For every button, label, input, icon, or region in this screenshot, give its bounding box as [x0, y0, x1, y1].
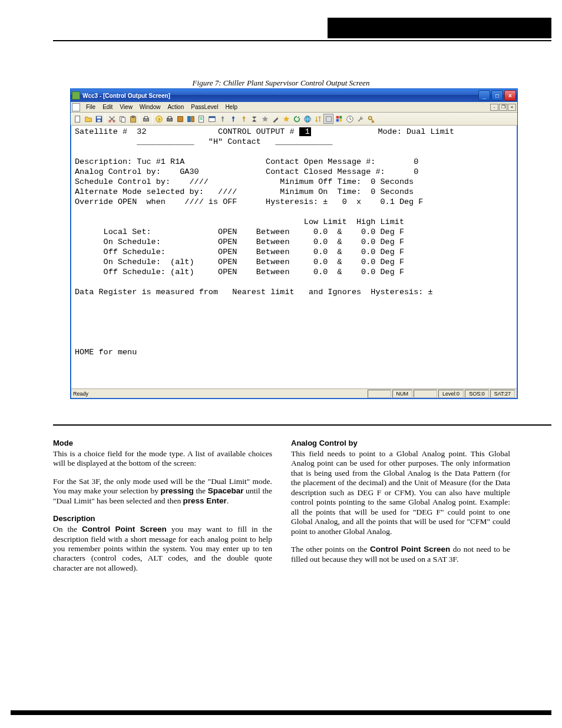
menu-passlevel[interactable]: PassLevel — [187, 104, 222, 110]
mdi-restore[interactable]: ❐ — [499, 104, 507, 111]
svg-rect-21 — [209, 116, 215, 118]
mdi-close[interactable]: × — [508, 104, 516, 111]
app-icon — [72, 91, 80, 100]
sigma-icon[interactable] — [249, 114, 259, 124]
both-icon[interactable] — [186, 114, 196, 124]
new-icon[interactable] — [72, 114, 82, 124]
frame-icon[interactable] — [323, 114, 333, 124]
refresh-icon[interactable] — [292, 114, 302, 124]
description-heading: Description — [53, 514, 272, 523]
maximize-button[interactable]: □ — [491, 90, 503, 101]
svg-rect-15 — [168, 116, 171, 118]
minimize-button[interactable]: _ — [478, 90, 490, 101]
print2-icon[interactable] — [164, 114, 174, 124]
svg-rect-18 — [191, 116, 193, 121]
globe-icon[interactable] — [302, 114, 312, 124]
mdi-minimize[interactable]: - — [490, 104, 498, 111]
rule-bottom — [11, 710, 551, 715]
svg-rect-7 — [121, 117, 125, 122]
script-icon[interactable] — [196, 114, 206, 124]
rule-mid — [53, 424, 551, 426]
title-bar: Wcc3 - [Control Output Screen] _ □ × — [71, 89, 517, 102]
status-sat: SAT:27 — [490, 390, 515, 398]
status-ready: Ready — [73, 391, 88, 397]
left-column: Mode This is a choice field for the mode… — [53, 439, 272, 581]
star-gold-icon[interactable] — [281, 114, 291, 124]
window-icon[interactable] — [207, 114, 217, 124]
mdi-icon — [72, 103, 80, 111]
wrench-icon[interactable] — [355, 114, 365, 124]
status-bar: Ready NUM Level:0 SOS:0 SAT:27 — [71, 388, 517, 398]
status-sos: SOS:0 — [465, 390, 489, 398]
svg-rect-9 — [132, 116, 134, 117]
pin-blue-icon[interactable] — [228, 114, 238, 124]
terminal-content: Satellite # 32 CONTROL OUTPUT # 1 Mode: … — [71, 126, 517, 388]
menu-window[interactable]: Window — [136, 104, 164, 110]
svg-rect-23 — [326, 116, 331, 121]
svg-rect-26 — [336, 119, 338, 121]
clock-icon[interactable] — [345, 114, 355, 124]
print-icon[interactable] — [141, 114, 151, 124]
status-num: NUM — [392, 390, 413, 398]
copy-icon[interactable] — [117, 114, 127, 124]
key-icon[interactable] — [366, 114, 376, 124]
menu-file[interactable]: File — [82, 104, 99, 110]
svg-rect-19 — [199, 116, 203, 122]
status-level: Level:0 — [438, 390, 464, 398]
close-button[interactable]: × — [504, 90, 516, 101]
toolbar: ? — [71, 113, 517, 126]
menu-action[interactable]: Action — [164, 104, 187, 110]
rule-top — [53, 40, 551, 41]
mode-p2: For the Sat 3F, the only mode used will … — [53, 477, 272, 506]
menu-help[interactable]: Help — [222, 104, 241, 110]
figure-caption: Figure 7: Chiller Plant Supervisor Contr… — [0, 78, 562, 88]
svg-rect-24 — [336, 116, 338, 118]
svg-rect-11 — [144, 116, 147, 118]
mode-heading: Mode — [53, 439, 272, 448]
sort-icon[interactable] — [313, 114, 323, 124]
pin-gray-icon[interactable] — [217, 114, 227, 124]
menu-edit[interactable]: Edit — [99, 104, 116, 110]
svg-rect-2 — [97, 116, 101, 118]
analog-p1: This field needs to point to a Global An… — [291, 449, 510, 536]
svg-rect-25 — [339, 116, 342, 118]
menu-bar: File Edit View Window Action PassLevel H… — [71, 102, 517, 113]
header-black-box — [328, 18, 551, 38]
flag-icon[interactable] — [334, 114, 344, 124]
menu-view[interactable]: View — [116, 104, 136, 110]
right-column: Analog Control by This field needs to po… — [291, 439, 510, 581]
svg-rect-16 — [177, 116, 183, 121]
star-gray-icon[interactable] — [260, 114, 270, 124]
svg-rect-3 — [97, 119, 100, 121]
book-icon[interactable] — [175, 114, 185, 124]
svg-rect-17 — [187, 116, 190, 121]
svg-rect-27 — [339, 119, 342, 121]
window-title: Wcc3 - [Control Output Screen] — [82, 93, 478, 99]
mode-p1: This is a choice field for the mode type… — [53, 449, 272, 469]
wand-icon[interactable] — [270, 114, 280, 124]
paste-icon[interactable] — [128, 114, 138, 124]
description-p1: On the Control Point Screen you may want… — [53, 525, 272, 573]
pin-gold-icon[interactable] — [239, 114, 249, 124]
body-columns: Mode This is a choice field for the mode… — [53, 439, 510, 581]
svg-rect-0 — [75, 116, 80, 122]
analog-heading: Analog Control by — [291, 439, 510, 448]
cut-icon[interactable] — [107, 114, 117, 124]
open-icon[interactable] — [83, 114, 93, 124]
app-window: Wcc3 - [Control Output Screen] _ □ × Fil… — [70, 88, 518, 399]
svg-text:?: ? — [157, 117, 160, 122]
analog-p2: The other points on the Control Point Sc… — [291, 545, 510, 564]
help-icon[interactable]: ? — [154, 114, 164, 124]
save-icon[interactable] — [94, 114, 104, 124]
